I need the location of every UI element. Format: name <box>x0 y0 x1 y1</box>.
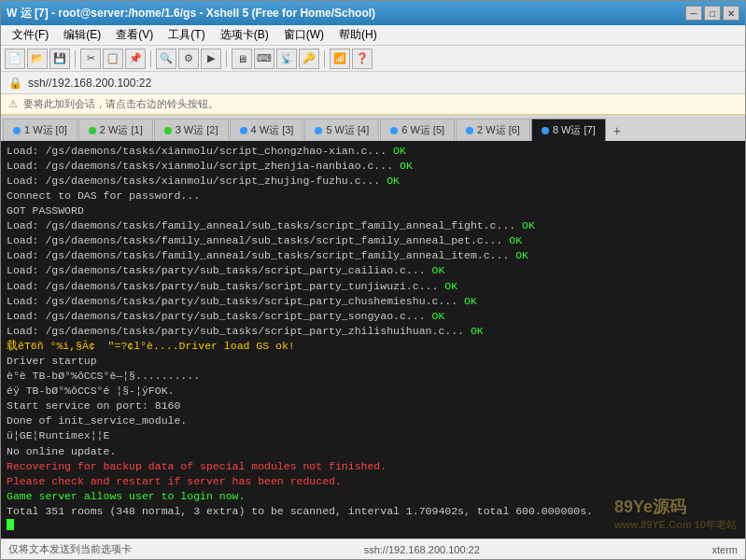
terminal-line-32 <box>7 519 739 535</box>
status-left-text: 仅将文本发送到当前选项卡 <box>8 542 132 556</box>
terminal-line-13: Load: /gs/daemons/tasks/family_anneal/su… <box>7 233 739 248</box>
tab-2[interactable]: 3 W运 [2] <box>154 119 229 141</box>
toolbar-sep-4 <box>324 50 325 67</box>
terminal-line-15: Load: /gs/daemons/tasks/party/sub_tasks/… <box>7 263 739 278</box>
toolbar-btn-8[interactable]: ⚙ <box>178 49 199 69</box>
tab-dot-0 <box>13 127 21 134</box>
status-bar: 仅将文本发送到当前选项卡 ssh://192.168.200.100:22 xt… <box>1 539 745 559</box>
tab-label-6: 2 W运 [6] <box>477 123 520 137</box>
terminal-line-18: Load: /gs/daemons/tasks/party/sub_tasks/… <box>7 309 739 324</box>
toolbar-btn-6[interactable]: 📌 <box>125 49 146 69</box>
terminal-line-23: éÿ TB-bØ°%ôCCS°é ¦§-¦ÿFOK. <box>7 384 739 399</box>
toolbar: 📄 📂 💾 ✂ 📋 📌 🔍 ⚙ ▶ 🖥 ⌨ 📡 🔑 📶 ❓ <box>1 46 745 72</box>
tab-bar: 1 W运 [0]2 W运 [1]3 W运 [2]4 W运 [3]5 W运 [4]… <box>1 115 745 141</box>
menu-bar: 文件(F)编辑(E)查看(V)工具(T)选项卡(B)窗口(W)帮助(H) <box>1 25 745 46</box>
terminal-line-21: Driver startup <box>7 354 739 369</box>
toolbar-btn-9[interactable]: ▶ <box>201 49 221 69</box>
terminal-line-7: Load: /gs/daemons/tasks/xianmolu/script_… <box>7 144 739 159</box>
tab-1[interactable]: 2 W运 [1] <box>78 119 153 141</box>
notification-bar: ⚠ 要将此加到会话，请点击右边的铃头按钮。 <box>1 94 745 115</box>
xterm-label: xterm <box>711 544 738 555</box>
terminal-line-16: Load: /gs/daemons/tasks/party/sub_tasks/… <box>7 279 739 294</box>
toolbar-sep-3 <box>226 50 227 67</box>
address-icon: 🔒 <box>8 77 22 90</box>
address-bar: 🔒 ssh//192.168.200.100:22 <box>1 72 745 94</box>
toolbar-btn-12[interactable]: 📡 <box>276 49 297 69</box>
menu-item-h[interactable]: 帮助(H) <box>331 25 385 45</box>
tab-dot-6 <box>466 127 473 134</box>
menu-item-f[interactable]: 文件(F) <box>5 25 56 45</box>
terminal-cursor <box>7 519 14 530</box>
terminal-line-9: Load: /gs/daemons/tasks/xianmolu/script_… <box>7 174 739 189</box>
tab-dot-3 <box>240 127 247 134</box>
notification-text: 要将此加到会话，请点击右边的铃头按钮。 <box>23 97 218 111</box>
toolbar-btn-4[interactable]: ✂ <box>80 49 101 69</box>
tab-label-5: 6 W运 [5] <box>401 123 444 137</box>
close-button[interactable]: ✕ <box>723 6 739 21</box>
toolbar-btn-15[interactable]: ❓ <box>352 49 373 69</box>
toolbar-btn-10[interactable]: 🖥 <box>232 49 252 69</box>
tab-6[interactable]: 2 W运 [6] <box>456 119 530 141</box>
tab-4[interactable]: 5 W运 [4] <box>304 119 379 141</box>
tab-label-0: 1 W运 [0] <box>24 123 67 137</box>
toolbar-btn-7[interactable]: 🔍 <box>156 49 176 69</box>
terminal-line-29: Please check and restart if server has b… <box>7 474 739 489</box>
tab-5[interactable]: 6 W运 [5] <box>380 119 455 141</box>
terminal-line-24: Start service on port: 8160 <box>7 399 739 413</box>
terminal-area[interactable]: Load: /gs/daemons/tasks/xianmolu/script_… <box>1 141 745 539</box>
tab-dot-2 <box>164 127 172 134</box>
toolbar-btn-3[interactable]: 💾 <box>49 49 70 69</box>
toolbar-btn-11[interactable]: ⌨ <box>254 49 274 69</box>
terminal-line-14: Load: /gs/daemons/tasks/family_anneal/su… <box>7 248 739 263</box>
menu-item-t[interactable]: 工具(T) <box>161 25 212 45</box>
minimize-button[interactable]: ─ <box>685 6 702 21</box>
window-controls: ─ □ ✕ <box>685 6 739 21</box>
terminal-line-17: Load: /gs/daemons/tasks/party/sub_tasks/… <box>7 294 739 309</box>
terminal-line-31: Total 351 rooms (348 normal, 3 extra) to… <box>7 504 739 519</box>
title-bar: W 运 [7] - root@server:/home/1.6/gs - Xsh… <box>1 1 745 25</box>
tab-label-2: 3 W运 [2] <box>176 123 218 137</box>
tab-label-7: 8 W运 [7] <box>553 123 596 137</box>
toolbar-btn-14[interactable]: 📶 <box>330 49 350 69</box>
terminal-line-30: Game server allows user to login now. <box>7 489 739 504</box>
notification-icon: ⚠ <box>8 98 18 110</box>
menu-item-e[interactable]: 编辑(E) <box>56 25 108 45</box>
tab-add-button[interactable]: + <box>607 120 627 141</box>
terminal-line-19: Load: /gs/daemons/tasks/party/sub_tasks/… <box>7 324 739 339</box>
tab-dot-1 <box>89 127 96 134</box>
menu-item-w[interactable]: 窗口(W) <box>276 25 331 45</box>
menu-item-v[interactable]: 查看(V) <box>108 25 161 45</box>
terminal-line-11: GOT PASSWORD <box>7 203 739 218</box>
tab-7[interactable]: 8 W运 [7] <box>531 119 606 141</box>
status-right-text: ssh://192.168.200.100:22 <box>364 544 480 555</box>
menu-item-b[interactable]: 选项卡(B) <box>213 25 276 45</box>
toolbar-sep-1 <box>75 50 76 67</box>
toolbar-btn-13[interactable]: 🔑 <box>299 49 319 69</box>
window-title: W 运 [7] - root@server:/home/1.6/gs - Xsh… <box>7 6 375 21</box>
terminal-line-22: è°è TB-bØ°%ôCCS°è—¦§.......... <box>7 369 739 384</box>
terminal-line-28: Recovering for backup data of special mo… <box>7 459 739 474</box>
tab-dot-5 <box>390 127 398 134</box>
tab-label-1: 2 W运 [1] <box>100 123 143 137</box>
main-window: W 运 [7] - root@server:/home/1.6/gs - Xsh… <box>0 0 746 560</box>
toolbar-btn-2[interactable]: 📂 <box>27 49 48 69</box>
toolbar-sep-2 <box>150 50 151 67</box>
tab-0[interactable]: 1 W运 [0] <box>3 119 77 141</box>
terminal-line-8: Load: /gs/daemons/tasks/xianmolu/script_… <box>7 159 739 174</box>
terminal-line-27: No online update. <box>7 444 739 459</box>
terminal-line-25: Done of init_service_module. <box>7 413 739 428</box>
terminal-line-12: Load: /gs/daemons/tasks/family_anneal/su… <box>7 218 739 233</box>
tab-label-3: 4 W运 [3] <box>251 123 294 137</box>
address-text: ssh//192.168.200.100:22 <box>28 77 151 90</box>
terminal-line-10: Connect to DAS for password... <box>7 189 739 203</box>
tab-dot-7 <box>542 127 549 134</box>
tab-dot-4 <box>315 127 322 134</box>
maximize-button[interactable]: □ <box>704 6 721 21</box>
tab-3[interactable]: 4 W运 [3] <box>230 119 304 141</box>
toolbar-btn-1[interactable]: 📄 <box>5 49 25 69</box>
terminal-line-20: 载êT6ñ °%i,§Â¢ "=?¢l°è....Driver load GS … <box>7 339 739 354</box>
terminal-line-26: ü¦GE¦Runtimex¦¦E <box>7 428 739 443</box>
toolbar-btn-5[interactable]: 📋 <box>103 49 123 69</box>
tab-label-4: 5 W运 [4] <box>326 123 369 137</box>
